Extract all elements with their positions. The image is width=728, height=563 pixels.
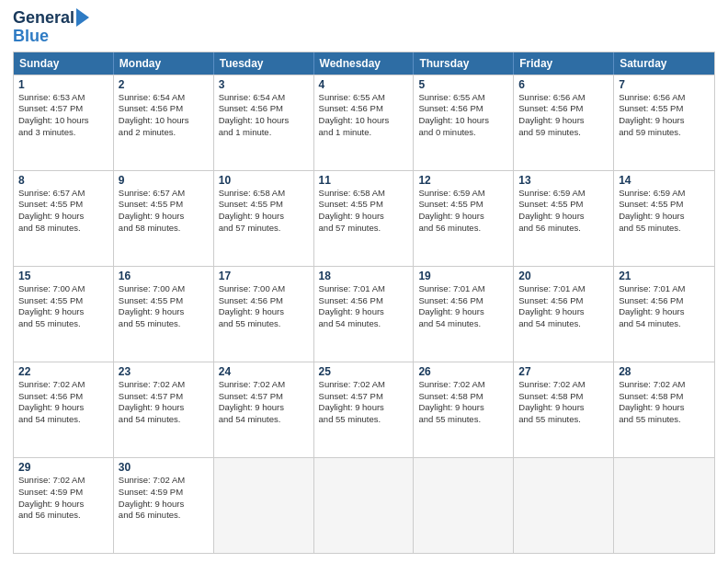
day-cell-2-6: 21Sunrise: 7:01 AM Sunset: 4:56 PM Dayli… [614, 267, 714, 362]
day-number: 5 [418, 78, 508, 91]
day-cell-0-1: 2Sunrise: 6:54 AM Sunset: 4:56 PM Daylig… [114, 75, 214, 170]
day-info: Sunrise: 7:02 AM Sunset: 4:59 PM Dayligh… [18, 475, 108, 522]
day-info: Sunrise: 6:59 AM Sunset: 4:55 PM Dayligh… [418, 188, 508, 235]
day-info: Sunrise: 7:02 AM Sunset: 4:58 PM Dayligh… [619, 379, 710, 426]
day-info: Sunrise: 7:00 AM Sunset: 4:55 PM Dayligh… [119, 283, 209, 330]
day-cell-4-0: 29Sunrise: 7:02 AM Sunset: 4:59 PM Dayli… [14, 458, 114, 553]
day-cell-0-0: 1Sunrise: 6:53 AM Sunset: 4:57 PM Daylig… [14, 75, 114, 170]
day-cell-1-1: 9Sunrise: 6:57 AM Sunset: 4:55 PM Daylig… [114, 171, 214, 266]
week-row-0: 1Sunrise: 6:53 AM Sunset: 4:57 PM Daylig… [14, 75, 714, 170]
day-cell-3-5: 27Sunrise: 7:02 AM Sunset: 4:58 PM Dayli… [514, 362, 614, 457]
day-number: 11 [319, 174, 409, 187]
day-number: 14 [619, 174, 710, 187]
header: General Blue [13, 9, 715, 46]
day-cell-4-4 [414, 458, 514, 553]
day-number: 30 [119, 461, 209, 474]
day-number: 16 [119, 270, 209, 282]
day-cell-4-2 [214, 458, 314, 553]
logo-general: General [13, 9, 74, 28]
logo: General Blue [13, 9, 89, 46]
week-row-3: 22Sunrise: 7:02 AM Sunset: 4:56 PM Dayli… [14, 362, 714, 457]
day-number: 12 [418, 174, 508, 187]
day-info: Sunrise: 6:57 AM Sunset: 4:55 PM Dayligh… [18, 188, 108, 235]
day-info: Sunrise: 7:01 AM Sunset: 4:56 PM Dayligh… [518, 283, 609, 330]
day-cell-4-3 [314, 458, 415, 553]
day-info: Sunrise: 6:56 AM Sunset: 4:55 PM Dayligh… [619, 92, 710, 139]
day-cell-1-6: 14Sunrise: 6:59 AM Sunset: 4:55 PM Dayli… [614, 171, 714, 266]
day-cell-3-0: 22Sunrise: 7:02 AM Sunset: 4:56 PM Dayli… [14, 362, 114, 457]
day-number: 17 [219, 270, 309, 282]
day-info: Sunrise: 7:00 AM Sunset: 4:55 PM Dayligh… [18, 283, 108, 330]
day-cell-1-4: 12Sunrise: 6:59 AM Sunset: 4:55 PM Dayli… [414, 171, 514, 266]
day-number: 15 [18, 270, 108, 282]
day-info: Sunrise: 6:54 AM Sunset: 4:56 PM Dayligh… [219, 92, 309, 139]
day-number: 1 [18, 78, 108, 91]
day-cell-4-5 [514, 458, 614, 553]
day-cell-0-4: 5Sunrise: 6:55 AM Sunset: 4:56 PM Daylig… [414, 75, 514, 170]
header-monday: Monday [114, 52, 214, 75]
day-cell-1-0: 8Sunrise: 6:57 AM Sunset: 4:55 PM Daylig… [14, 171, 114, 266]
header-thursday: Thursday [414, 52, 514, 75]
day-number: 26 [418, 365, 508, 378]
calendar-body: 1Sunrise: 6:53 AM Sunset: 4:57 PM Daylig… [14, 75, 714, 553]
calendar: Sunday Monday Tuesday Wednesday Thursday… [13, 52, 715, 554]
day-cell-1-5: 13Sunrise: 6:59 AM Sunset: 4:55 PM Dayli… [514, 171, 614, 266]
day-info: Sunrise: 7:02 AM Sunset: 4:58 PM Dayligh… [418, 379, 508, 426]
week-row-2: 15Sunrise: 7:00 AM Sunset: 4:55 PM Dayli… [14, 266, 714, 362]
day-info: Sunrise: 6:58 AM Sunset: 4:55 PM Dayligh… [219, 188, 309, 235]
page: General Blue Sunday Monday Tuesday Wedne… [0, 0, 728, 563]
logo-arrow-icon [76, 8, 89, 27]
day-number: 6 [518, 78, 609, 91]
day-number: 7 [619, 78, 710, 91]
header-sunday: Sunday [14, 52, 114, 75]
week-row-1: 8Sunrise: 6:57 AM Sunset: 4:55 PM Daylig… [14, 170, 714, 266]
day-cell-0-6: 7Sunrise: 6:56 AM Sunset: 4:55 PM Daylig… [614, 75, 714, 170]
day-cell-2-1: 16Sunrise: 7:00 AM Sunset: 4:55 PM Dayli… [114, 267, 214, 362]
day-info: Sunrise: 6:55 AM Sunset: 4:56 PM Dayligh… [319, 92, 409, 139]
day-number: 20 [518, 270, 609, 282]
day-cell-2-0: 15Sunrise: 7:00 AM Sunset: 4:55 PM Dayli… [14, 267, 114, 362]
day-info: Sunrise: 7:02 AM Sunset: 4:56 PM Dayligh… [18, 379, 108, 426]
header-tuesday: Tuesday [214, 52, 314, 75]
day-info: Sunrise: 7:01 AM Sunset: 4:56 PM Dayligh… [319, 283, 409, 330]
day-cell-3-6: 28Sunrise: 7:02 AM Sunset: 4:58 PM Dayli… [614, 362, 714, 457]
day-info: Sunrise: 7:02 AM Sunset: 4:58 PM Dayligh… [518, 379, 609, 426]
day-cell-4-6 [614, 458, 714, 553]
day-info: Sunrise: 6:57 AM Sunset: 4:55 PM Dayligh… [119, 188, 209, 235]
day-cell-3-1: 23Sunrise: 7:02 AM Sunset: 4:57 PM Dayli… [114, 362, 214, 457]
day-info: Sunrise: 6:53 AM Sunset: 4:57 PM Dayligh… [18, 92, 108, 139]
day-cell-2-5: 20Sunrise: 7:01 AM Sunset: 4:56 PM Dayli… [514, 267, 614, 362]
day-number: 2 [119, 78, 209, 91]
day-number: 4 [319, 78, 409, 91]
day-number: 28 [619, 365, 710, 378]
day-number: 13 [518, 174, 609, 187]
day-info: Sunrise: 7:02 AM Sunset: 4:57 PM Dayligh… [119, 379, 209, 426]
day-info: Sunrise: 7:01 AM Sunset: 4:56 PM Dayligh… [418, 283, 508, 330]
day-number: 29 [18, 461, 108, 474]
day-cell-0-5: 6Sunrise: 6:56 AM Sunset: 4:56 PM Daylig… [514, 75, 614, 170]
day-info: Sunrise: 7:02 AM Sunset: 4:57 PM Dayligh… [319, 379, 409, 426]
header-wednesday: Wednesday [314, 52, 415, 75]
day-cell-2-2: 17Sunrise: 7:00 AM Sunset: 4:56 PM Dayli… [214, 267, 314, 362]
day-number: 23 [119, 365, 209, 378]
day-info: Sunrise: 6:54 AM Sunset: 4:56 PM Dayligh… [119, 92, 209, 139]
week-row-4: 29Sunrise: 7:02 AM Sunset: 4:59 PM Dayli… [14, 457, 714, 553]
day-cell-0-3: 4Sunrise: 6:55 AM Sunset: 4:56 PM Daylig… [314, 75, 415, 170]
day-info: Sunrise: 7:02 AM Sunset: 4:59 PM Dayligh… [119, 475, 209, 522]
day-cell-0-2: 3Sunrise: 6:54 AM Sunset: 4:56 PM Daylig… [214, 75, 314, 170]
day-cell-2-4: 19Sunrise: 7:01 AM Sunset: 4:56 PM Dayli… [414, 267, 514, 362]
day-info: Sunrise: 6:59 AM Sunset: 4:55 PM Dayligh… [518, 188, 609, 235]
day-number: 3 [219, 78, 309, 91]
day-info: Sunrise: 7:01 AM Sunset: 4:56 PM Dayligh… [619, 283, 710, 330]
day-cell-2-3: 18Sunrise: 7:01 AM Sunset: 4:56 PM Dayli… [314, 267, 415, 362]
day-cell-3-2: 24Sunrise: 7:02 AM Sunset: 4:57 PM Dayli… [214, 362, 314, 457]
day-cell-1-3: 11Sunrise: 6:58 AM Sunset: 4:55 PM Dayli… [314, 171, 415, 266]
day-cell-1-2: 10Sunrise: 6:58 AM Sunset: 4:55 PM Dayli… [214, 171, 314, 266]
day-number: 19 [418, 270, 508, 282]
day-info: Sunrise: 6:58 AM Sunset: 4:55 PM Dayligh… [319, 188, 409, 235]
day-number: 27 [518, 365, 609, 378]
header-saturday: Saturday [614, 52, 714, 75]
day-number: 25 [319, 365, 409, 378]
day-info: Sunrise: 6:56 AM Sunset: 4:56 PM Dayligh… [518, 92, 609, 139]
logo-blue: Blue [13, 28, 49, 46]
